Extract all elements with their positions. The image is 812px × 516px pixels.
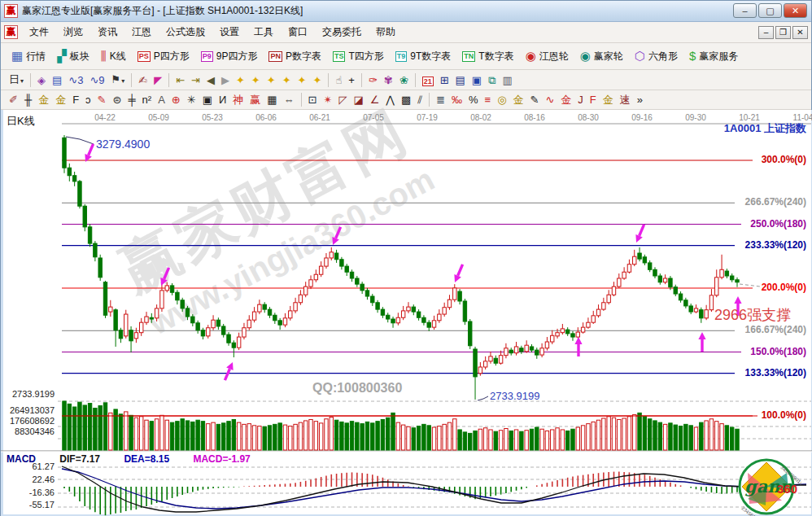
- menu-item-文件[interactable]: 文件: [22, 23, 56, 42]
- kline-icon-button[interactable]: ⫼K线: [95, 47, 132, 66]
- save-icon[interactable]: ▣: [469, 72, 485, 88]
- grid-a-icon[interactable]: ▩: [398, 92, 414, 107]
- p-number-table-icon-button[interactable]: PNP数字表: [263, 47, 327, 66]
- gold-box-icon[interactable]: 金: [557, 92, 574, 107]
- gann-wheel-icon-button[interactable]: ◉江恩轮: [520, 47, 574, 66]
- shaded-box-icon[interactable]: ◪: [350, 92, 366, 107]
- zigzag-icon[interactable]: ⋀: [382, 92, 398, 107]
- angle-line-icon[interactable]: ∠: [367, 92, 383, 107]
- maximize-button[interactable]: ▢: [758, 3, 782, 18]
- n-square-icon[interactable]: n²: [139, 92, 155, 107]
- t-square-icon-button[interactable]: TST四方形: [327, 47, 390, 66]
- t-number-table-icon-button[interactable]: TNT数字表: [456, 47, 519, 66]
- sectors-icon-button[interactable]: ▞板块: [51, 47, 95, 66]
- first-bar-icon[interactable]: ⇤: [172, 72, 188, 88]
- print-icon[interactable]: ▥: [499, 72, 515, 88]
- diamond-shrink-icon[interactable]: ✦: [279, 72, 295, 88]
- close-button[interactable]: ✕: [784, 3, 807, 18]
- gann-draw-icon[interactable]: ✍: [135, 72, 151, 88]
- 9t-square-icon-button[interactable]: T99T数字表: [390, 47, 457, 66]
- boxed-star-icon[interactable]: ▣: [199, 92, 216, 107]
- child-minimize-button[interactable]: –: [758, 26, 774, 39]
- menu-item-公式选股[interactable]: 公式选股: [159, 23, 212, 42]
- measure-icon[interactable]: ≣: [433, 92, 448, 107]
- period-day-dropdown[interactable]: 日▾: [6, 72, 27, 89]
- draw-pen-icon[interactable]: ✐: [6, 92, 21, 107]
- hexagon-icon-button[interactable]: ⬡六角形: [629, 47, 683, 66]
- window-style-icon[interactable]: ◈: [34, 72, 49, 88]
- purple-flower-icon[interactable]: ✾: [381, 72, 396, 88]
- flag-dropdown-icon[interactable]: ⚑▾: [108, 72, 129, 89]
- gold-slash-icon[interactable]: 金: [600, 92, 617, 107]
- quotes-grid-icon-button[interactable]: ▦行情: [6, 47, 51, 66]
- angle-a-icon[interactable]: A: [155, 92, 168, 107]
- notes-icon[interactable]: ▤: [452, 72, 469, 88]
- h-span-icon[interactable]: ⇔: [281, 92, 298, 107]
- ying-tool-icon[interactable]: 赢: [247, 92, 264, 107]
- menu-item-帮助[interactable]: 帮助: [369, 23, 403, 42]
- gold-levels-icon[interactable]: 金: [510, 92, 527, 107]
- box-select-icon[interactable]: ⊡: [305, 92, 321, 107]
- target-icon[interactable]: ⊕: [168, 92, 184, 107]
- diamond-full-icon[interactable]: ✦: [295, 72, 310, 88]
- calendar-icon[interactable]: 21: [419, 72, 437, 88]
- export-icon[interactable]: ⧉: [485, 72, 499, 88]
- 9t-square-icon: T9: [395, 51, 408, 62]
- p-square-icon-button[interactable]: PSP四方形: [132, 47, 195, 66]
- shen-tool-icon[interactable]: 神: [229, 92, 247, 107]
- diamond-reset-icon[interactable]: ✦: [309, 72, 325, 88]
- last-bar-icon[interactable]: ⇥: [188, 72, 203, 88]
- winner-wheel-icon-button[interactable]: ◉赢家轮: [574, 47, 629, 66]
- gold-lines2-icon[interactable]: 金: [52, 92, 69, 107]
- speed-line-icon[interactable]: 速: [617, 92, 634, 107]
- diamond-left-icon[interactable]: ✦: [233, 72, 248, 88]
- wave9-icon[interactable]: ∿9: [86, 72, 107, 88]
- parallel-lines-icon[interactable]: ⫽: [414, 92, 426, 107]
- winner-service-icon-button[interactable]: $赢家服务: [683, 47, 744, 66]
- pen-one-icon[interactable]: ✎: [527, 92, 543, 107]
- wave3-icon[interactable]: ∿3: [65, 72, 86, 88]
- diamond-right-icon[interactable]: ✦: [248, 72, 264, 88]
- child-restore-button[interactable]: ❐: [775, 26, 791, 39]
- circle-arc-icon[interactable]: ⊜: [109, 92, 124, 107]
- f-angle-icon[interactable]: F: [587, 92, 600, 107]
- marker-pen-icon[interactable]: ✑: [365, 72, 381, 88]
- spiral-icon[interactable]: ɔ: [82, 92, 94, 107]
- gold-circle-icon[interactable]: ◎: [494, 92, 509, 107]
- percent-levels-icon[interactable]: ≡: [482, 92, 495, 107]
- minimize-button[interactable]: –: [733, 3, 757, 18]
- fib-lines-icon[interactable]: F: [69, 92, 82, 107]
- menu-item-工具[interactable]: 工具: [247, 23, 281, 42]
- j-angle-icon[interactable]: J: [574, 92, 587, 107]
- prev-bar-icon[interactable]: ◀: [203, 72, 218, 88]
- percent-icon[interactable]: %: [465, 92, 482, 107]
- menu-item-江恩[interactable]: 江恩: [124, 23, 159, 42]
- percent-lines-icon[interactable]: ‰: [448, 92, 465, 107]
- next-bar-icon[interactable]: ▶: [218, 72, 233, 88]
- 9p-square-icon-button[interactable]: P99P四方形: [195, 47, 264, 66]
- gold-lines1-icon[interactable]: 金: [35, 92, 52, 107]
- grid-table-icon[interactable]: ▦: [264, 92, 280, 107]
- fan-box-icon[interactable]: ◸: [335, 92, 350, 107]
- gann-grid-icon[interactable]: ╫: [21, 92, 35, 107]
- menu-item-设置[interactable]: 设置: [212, 23, 247, 42]
- more-tools[interactable]: »: [634, 92, 646, 107]
- green-knot-icon[interactable]: ❀: [396, 72, 412, 88]
- menu-item-窗口[interactable]: 窗口: [281, 23, 315, 42]
- fan-lines-icon[interactable]: ✴: [321, 92, 336, 107]
- wave-tool-icon[interactable]: ∿: [542, 92, 557, 107]
- color-chart-icon[interactable]: ◤: [151, 72, 165, 88]
- diamond-expand-icon[interactable]: ✦: [264, 72, 279, 88]
- star-burst-icon[interactable]: ✳: [184, 92, 199, 107]
- menu-item-交易委托[interactable]: 交易委托: [315, 23, 369, 42]
- hand-drag-icon[interactable]: ☝: [332, 72, 345, 88]
- calculator-icon[interactable]: ⊞: [437, 72, 452, 88]
- info-panel-icon[interactable]: ▤: [49, 72, 65, 88]
- red-pen-icon[interactable]: ✎: [94, 92, 110, 107]
- crosshair-icon[interactable]: +: [345, 72, 358, 88]
- menu-item-资讯[interactable]: 资讯: [90, 23, 124, 42]
- n-quote-icon[interactable]: И: [216, 92, 229, 107]
- child-close-button[interactable]: ✕: [792, 26, 808, 39]
- density-lines-icon[interactable]: ╪: [124, 92, 138, 107]
- menu-item-浏览[interactable]: 浏览: [56, 23, 90, 42]
